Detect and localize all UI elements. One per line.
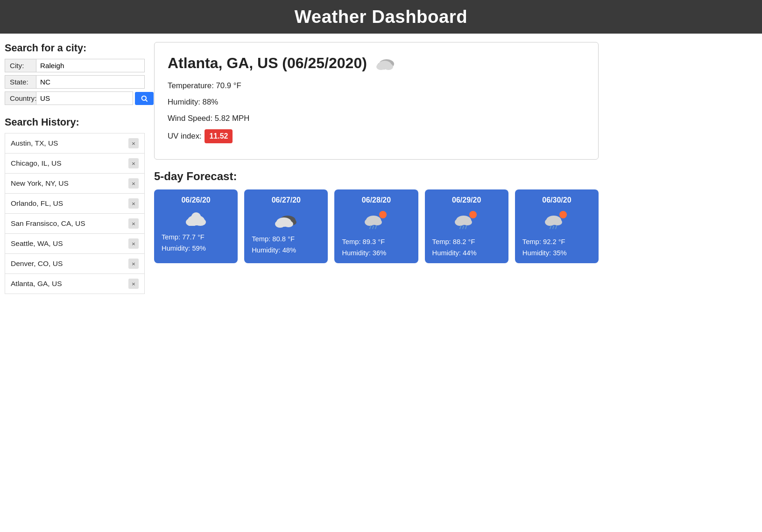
forecast-date: 06/26/20 <box>181 196 210 204</box>
city-title: Atlanta, GA, US (06/25/2020) <box>168 55 367 72</box>
app-title: Weather Dashboard <box>0 7 762 27</box>
svg-line-30 <box>466 226 466 229</box>
svg-point-20 <box>373 219 382 225</box>
svg-point-15 <box>275 220 285 228</box>
forecast-weather-icon <box>363 208 389 234</box>
state-label: State: <box>5 75 36 89</box>
delete-history-button[interactable]: × <box>128 279 139 289</box>
search-form: City: State: Country: <box>5 59 145 105</box>
svg-point-10 <box>191 212 201 221</box>
svg-point-17 <box>379 211 387 218</box>
forecast-weather-icon <box>183 208 209 230</box>
history-item[interactable]: Seattle, WA, US × <box>5 234 144 254</box>
history-item-label: Orlando, FL, US <box>11 199 63 208</box>
forecast-date: 06/28/20 <box>362 196 391 204</box>
forecast-humidity: Humidity: 44% <box>432 249 477 257</box>
history-item[interactable]: Chicago, IL, US × <box>5 154 144 174</box>
forecast-date: 06/30/20 <box>542 196 571 204</box>
svg-line-29 <box>463 226 464 229</box>
partly-cloudy-icon <box>374 54 398 70</box>
history-item[interactable]: San Fransisco, CA, US × <box>5 214 144 234</box>
svg-line-21 <box>370 226 371 229</box>
forecast-date: 06/27/20 <box>272 196 301 204</box>
svg-line-22 <box>373 226 374 229</box>
history-item[interactable]: Denver, CO, US × <box>5 254 144 274</box>
state-row: State: <box>5 75 145 89</box>
history-item-label: New York, NY, US <box>11 179 69 188</box>
forecast-temp: Temp: 80.8 °F <box>252 235 295 243</box>
svg-point-31 <box>559 211 567 218</box>
forecast-card: 06/30/20 Temp: 92.2 °F Humidity: 35% <box>515 189 599 263</box>
history-item[interactable]: Austin, TX, US × <box>5 133 144 154</box>
delete-history-button[interactable]: × <box>128 218 139 229</box>
history-item-label: Denver, CO, US <box>11 259 63 268</box>
state-input[interactable] <box>36 75 145 89</box>
forecast-humidity: Humidity: 48% <box>252 246 296 254</box>
svg-point-27 <box>463 219 472 225</box>
history-heading: Search History: <box>5 116 145 128</box>
svg-line-23 <box>375 226 376 229</box>
history-section: Search History: Austin, TX, US × Chicago… <box>5 116 145 294</box>
forecast-date: 06/29/20 <box>452 196 481 204</box>
svg-point-24 <box>469 211 477 218</box>
forecast-humidity: Humidity: 59% <box>162 245 206 252</box>
forecast-temp: Temp: 89.3 °F <box>342 238 385 245</box>
delete-history-button[interactable]: × <box>128 138 139 148</box>
city-input[interactable] <box>36 59 145 72</box>
country-row: Country: <box>5 91 145 105</box>
svg-line-1 <box>146 100 147 101</box>
country-label: Country: <box>5 91 36 105</box>
delete-history-button[interactable]: × <box>128 198 139 209</box>
forecast-card: 06/27/20 Temp: 80.8 °F Humidity: 48% <box>244 189 328 263</box>
history-item[interactable]: New York, NY, US × <box>5 174 144 194</box>
forecast-weather-icon <box>453 208 480 234</box>
forecast-card: 06/26/20 Temp: 77.7 °F Humidity: 59% <box>154 189 238 263</box>
city-header: Atlanta, GA, US (06/25/2020) <box>168 54 585 72</box>
search-button[interactable] <box>135 92 154 105</box>
delete-history-button[interactable]: × <box>128 158 139 168</box>
forecast-card: 06/29/20 Temp: 88.2 °F Humidity: 44% <box>425 189 508 263</box>
history-item-label: Chicago, IL, US <box>11 159 62 168</box>
forecast-heading: 5-day Forecast: <box>154 170 599 183</box>
history-item-label: Austin, TX, US <box>11 139 58 147</box>
forecast-weather-icon <box>543 208 570 234</box>
forecast-humidity: Humidity: 36% <box>342 249 386 257</box>
humidity-stat: Humidity: 88% <box>168 96 585 108</box>
current-weather-icon <box>374 54 398 72</box>
main-content: Atlanta, GA, US (06/25/2020) Temperature… <box>154 42 599 294</box>
svg-line-28 <box>460 226 461 229</box>
delete-history-button[interactable]: × <box>128 238 139 249</box>
forecast-temp: Temp: 77.7 °F <box>162 233 205 241</box>
sidebar: Search for a city: City: State: Country: <box>5 42 145 294</box>
svg-point-16 <box>284 221 293 227</box>
app-header: Weather Dashboard <box>0 0 762 34</box>
delete-history-button[interactable]: × <box>128 178 139 189</box>
uv-stat: UV index: 11.52 <box>168 129 585 143</box>
forecast-card: 06/28/20 Temp: 89.3 °F Humidity: 36% <box>334 189 418 263</box>
forecast-temp: Temp: 88.2 °F <box>432 238 475 245</box>
search-heading: Search for a city: <box>5 42 145 54</box>
city-label: City: <box>5 59 36 72</box>
country-input[interactable] <box>36 91 133 105</box>
history-item[interactable]: Atlanta, GA, US × <box>5 274 144 294</box>
svg-line-36 <box>553 226 554 229</box>
search-icon <box>141 95 148 102</box>
forecast-weather-icon <box>274 208 299 231</box>
forecast-section: 5-day Forecast: 06/26/20 Temp: 77.7 °F H… <box>154 170 599 263</box>
forecast-grid: 06/26/20 Temp: 77.7 °F Humidity: 59% 06/… <box>154 189 599 263</box>
temperature-stat: Temperature: 70.9 °F <box>168 80 585 91</box>
history-item-label: Atlanta, GA, US <box>11 280 62 288</box>
forecast-humidity: Humidity: 35% <box>522 249 567 257</box>
history-list: Austin, TX, US × Chicago, IL, US × New Y… <box>5 133 145 294</box>
history-item[interactable]: Orlando, FL, US × <box>5 194 144 214</box>
current-weather-card: Atlanta, GA, US (06/25/2020) Temperature… <box>154 42 599 160</box>
forecast-temp: Temp: 92.2 °F <box>522 238 565 245</box>
uv-badge: 11.52 <box>205 129 233 143</box>
history-item-label: San Fransisco, CA, US <box>11 219 85 228</box>
svg-line-37 <box>556 226 557 229</box>
delete-history-button[interactable]: × <box>128 259 139 269</box>
svg-line-35 <box>550 226 551 229</box>
city-row: City: <box>5 59 145 72</box>
svg-point-6 <box>384 63 393 70</box>
history-item-label: Seattle, WA, US <box>11 239 63 248</box>
